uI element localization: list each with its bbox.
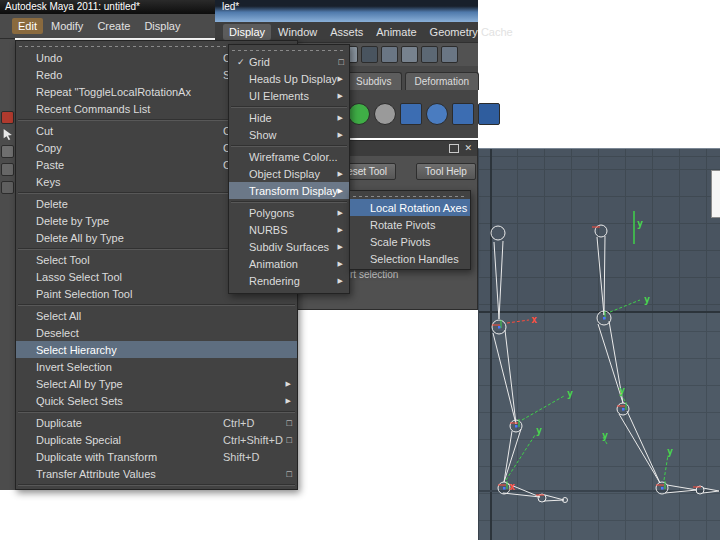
toolbar-button[interactable] xyxy=(401,46,418,63)
close-icon[interactable]: ✕ xyxy=(464,144,472,153)
menu-item-label: Wireframe Color... xyxy=(249,151,338,163)
toolbar-button[interactable] xyxy=(441,46,458,63)
main-menu-bar: Edit Modify Create Display xyxy=(0,14,215,38)
menu-item[interactable]: ✓ Hide □ ▶ xyxy=(229,109,349,126)
submenu-arrow-icon: ▶ xyxy=(338,75,343,83)
option-box-icon[interactable]: □ xyxy=(339,57,344,67)
menu-item[interactable]: ✓ Animation □ ▶ xyxy=(229,255,349,272)
tool-icon[interactable] xyxy=(1,145,14,158)
primitive-icon[interactable] xyxy=(478,103,500,125)
shelf-tab[interactable]: Subdivs xyxy=(346,72,402,90)
menu-item[interactable]: ✓ Duplicate Ctrl+D □ ▶ xyxy=(16,414,297,431)
menu-item[interactable]: ✓ UI Elements □ ▶ xyxy=(229,87,349,104)
menu-item[interactable]: ✓ Rendering □ ▶ xyxy=(229,272,349,289)
tool-settings-text-fragment: rt selection xyxy=(350,269,398,280)
menu-item-label: NURBS xyxy=(249,224,288,236)
menu-item[interactable]: ✓ Scale Pivots □ ▶ xyxy=(350,233,470,250)
primitive-icon[interactable] xyxy=(400,103,422,125)
menu-bar-item[interactable]: Modify xyxy=(45,18,89,34)
window-title-bar[interactable]: Autodesk Maya 2011: untitled* xyxy=(0,0,215,14)
menu-item-label: Duplicate Special xyxy=(36,434,121,446)
sphere-primitive-icon[interactable] xyxy=(374,103,396,125)
menu-item[interactable]: ✓ Object Display □ ▶ xyxy=(229,165,349,182)
menu-item[interactable]: ✓ Transform Display □ ▶ xyxy=(229,182,349,199)
front-window-title-bar[interactable]: led* xyxy=(215,0,478,22)
primitive-icon[interactable] xyxy=(426,103,448,125)
menu-item-label: Quick Select Sets xyxy=(36,395,123,407)
tool-help-button[interactable]: Tool Help xyxy=(416,163,476,180)
toolbar-button[interactable] xyxy=(361,46,378,63)
sphere-primitive-icon[interactable] xyxy=(348,103,370,125)
axis-label: y xyxy=(644,295,650,305)
menu-item[interactable]: ✓ Invert Selection □ ▶ xyxy=(16,358,297,375)
axis-label: y xyxy=(602,431,608,441)
menu-item[interactable]: ✓ Group Ctrl+G □ ▶ xyxy=(16,487,297,490)
menu-item[interactable]: ✓ Heads Up Display □ ▶ xyxy=(229,70,349,87)
menu-bar-item[interactable]: Display xyxy=(138,18,186,34)
menu-item[interactable]: ✓ Wireframe Color... □ ▶ xyxy=(229,148,349,165)
menu-bar-item[interactable]: Create xyxy=(91,18,136,34)
menu-item[interactable]: ✓ Select All by Type □ ▶ xyxy=(16,375,297,392)
menu-item[interactable]: ✓ Selection Handles □ ▶ xyxy=(350,250,470,267)
display-menu-items: ✓ Grid □ ▶ ✓ Heads Up Display □ ▶ ✓ UI xyxy=(229,53,349,289)
axis-label: y xyxy=(637,219,643,229)
menu-item[interactable]: ✓ Polygons □ ▶ xyxy=(229,204,349,221)
axis-label: y xyxy=(567,389,573,399)
menu-item[interactable]: ✓ Show □ ▶ xyxy=(229,126,349,143)
axis-label: y xyxy=(667,447,673,457)
toolbar-button[interactable] xyxy=(421,46,438,63)
viewport-panel[interactable]: yyxyyyyyx xyxy=(478,148,720,540)
menu-item-label: Select Tool xyxy=(36,254,90,266)
menu-item-shortcut: Ctrl+G xyxy=(223,490,255,491)
menu-item[interactable]: ✓ Select Hierarchy □ ▶ xyxy=(16,341,297,358)
select-tool-icon[interactable] xyxy=(1,111,14,124)
axis-label: x xyxy=(531,315,537,325)
menu-bar-item[interactable]: Window xyxy=(272,24,323,40)
menu-item-label: Keys xyxy=(36,176,60,188)
menu-item-label: Show xyxy=(249,129,277,141)
menu-item-label: Rotate Pivots xyxy=(370,219,435,231)
toolbox-column xyxy=(0,38,15,490)
menu-item[interactable]: ✓ Duplicate with Transform Shift+D □ ▶ xyxy=(16,448,297,465)
menu-item[interactable]: ✓ Subdiv Surfaces □ ▶ xyxy=(229,238,349,255)
menu-bar-item[interactable]: Display xyxy=(223,24,271,40)
submenu-arrow-icon: ▶ xyxy=(338,260,343,268)
panel-edge-fragment xyxy=(711,170,720,218)
shelf-tab-label: Deformation xyxy=(415,76,469,87)
menu-item[interactable]: ✓ NURBS □ ▶ xyxy=(229,221,349,238)
menu-bar-item[interactable]: Geometry Cache xyxy=(424,24,519,40)
menu-item[interactable]: ✓ Grid □ ▶ xyxy=(229,53,349,70)
tool-icon[interactable] xyxy=(1,181,14,194)
menu-bar-item[interactable]: Animate xyxy=(370,24,422,40)
cursor-icon[interactable] xyxy=(2,129,13,140)
shelf-tab[interactable]: Deformation xyxy=(405,72,479,90)
toolbar-button[interactable] xyxy=(381,46,398,63)
tool-icon[interactable] xyxy=(1,163,14,176)
menu-item-label: Animation xyxy=(249,258,298,270)
restore-icon[interactable] xyxy=(449,144,459,153)
menu-item-label: UI Elements xyxy=(249,90,309,102)
menu-item[interactable]: ✓ Rotate Pivots □ ▶ xyxy=(350,216,470,233)
option-box-icon[interactable]: □ xyxy=(287,418,292,428)
submenu-arrow-icon: ▶ xyxy=(286,380,291,388)
menu-item[interactable]: ✓ Duplicate Special Ctrl+Shift+D □ ▶ xyxy=(16,431,297,448)
menu-bar-item[interactable]: Edit xyxy=(12,18,43,34)
option-box-icon[interactable]: □ xyxy=(287,469,292,479)
skeleton-wireframe xyxy=(479,149,720,540)
menu-item-label: Selection Handles xyxy=(370,253,459,265)
menu-item[interactable]: ✓ Local Rotation Axes □ ▶ xyxy=(350,199,470,216)
menu-item-label: Object Display xyxy=(249,168,320,180)
menu-item-label: Transfer Attribute Values xyxy=(36,468,156,480)
menu-bar-item[interactable]: Assets xyxy=(324,24,369,40)
menu-item-label: Repeat "ToggleLocalRotationAx xyxy=(36,86,191,98)
menu-item[interactable]: ✓ Quick Select Sets □ ▶ xyxy=(16,392,297,409)
menu-item-label: Select Hierarchy xyxy=(36,344,117,356)
menu-item-shortcut: Shift+D xyxy=(223,451,259,463)
menu-item[interactable]: ✓ Select All □ ▶ xyxy=(16,307,297,324)
menu-bar-item-label: Modify xyxy=(51,20,83,32)
menu-item[interactable]: ✓ Deselect □ ▶ xyxy=(16,324,297,341)
menu-item[interactable]: ✓ Transfer Attribute Values □ ▶ xyxy=(16,465,297,482)
option-box-icon[interactable]: □ xyxy=(287,435,292,445)
primitive-icon[interactable] xyxy=(452,103,474,125)
menu-item-label: Duplicate with Transform xyxy=(36,451,157,463)
